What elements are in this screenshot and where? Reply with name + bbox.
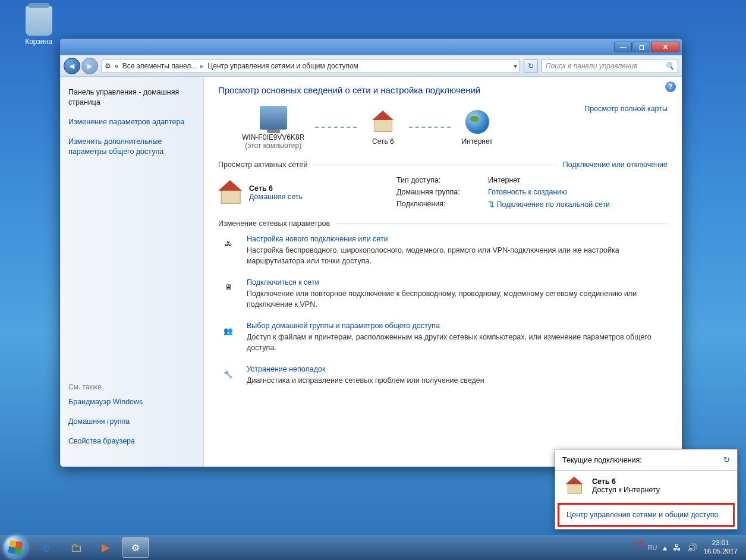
- recycle-bin-label: Корзина: [18, 37, 59, 46]
- address-bar: ◄ ► ⚙ « Все элементы панел... ▸ Центр уп…: [60, 55, 682, 77]
- new-connection-icon: 🖧: [218, 235, 238, 253]
- control-panel-window: — ◻ ✕ ◄ ► ⚙ « Все элементы панел... ▸ Це…: [59, 38, 682, 467]
- taskbar: e 🗀 ▶ ⚙ RU ▴ 🖧 🔊 23:01 16.05.2017: [0, 535, 746, 560]
- pc-icon: [260, 106, 287, 130]
- sidebar-browser-props[interactable]: Свойства браузера: [68, 436, 195, 446]
- search-placeholder: Поиск в панели управления: [546, 62, 638, 70]
- connection-line-icon: [315, 127, 357, 128]
- start-button[interactable]: [4, 536, 27, 559]
- taskbar-ie-icon[interactable]: e: [33, 537, 59, 558]
- taskbar-explorer-icon[interactable]: 🗀: [63, 537, 89, 558]
- lan-connection-link[interactable]: Подключение по локальной сети: [496, 200, 610, 209]
- connect-disconnect-link[interactable]: Подключение или отключение: [563, 161, 668, 169]
- sidebar-sharing-settings[interactable]: Изменить дополнительные параметры общего…: [68, 137, 195, 157]
- active-networks-header: Просмотр активных сетей: [218, 161, 307, 169]
- breadcrumb-item[interactable]: Все элементы панел...: [122, 62, 197, 70]
- network-type-link[interactable]: Домашняя сеть: [249, 193, 303, 201]
- search-icon: 🔍: [665, 62, 674, 70]
- dropdown-icon[interactable]: ▾: [514, 62, 517, 70]
- network-center-link[interactable]: Центр управления сетями и общим доступо: [558, 503, 735, 527]
- full-map-link[interactable]: Просмотр полной карты: [584, 105, 668, 113]
- lan-icon: ⇅: [488, 200, 495, 209]
- sidebar-firewall[interactable]: Брандмауэр Windows: [68, 397, 195, 407]
- see-also-label: См. также: [68, 383, 195, 391]
- maximize-button[interactable]: ◻: [632, 42, 650, 52]
- sidebar-homegroup[interactable]: Домашняя группа: [68, 417, 195, 427]
- system-tray: RU ▴ 🖧 🔊 23:01 16.05.2017: [648, 539, 742, 556]
- new-connection-link[interactable]: Настройка нового подключения или сети: [247, 235, 668, 243]
- access-type-label: Тип доступа:: [396, 176, 480, 184]
- flyout-network-row[interactable]: Сеть 6 Доступ к Интернету: [555, 471, 737, 501]
- refresh-icon[interactable]: ↻: [723, 455, 730, 464]
- tray-network-icon[interactable]: 🖧: [673, 543, 681, 552]
- homegroup-icon: 👥: [218, 322, 238, 339]
- globe-icon: [465, 110, 489, 134]
- recycle-bin-icon: [26, 6, 52, 36]
- sidebar-adapter-settings[interactable]: Изменение параметров адаптера: [68, 117, 195, 127]
- homegroup-label: Домашняя группа:: [396, 188, 480, 196]
- tray-chevron-icon[interactable]: ▴: [663, 543, 667, 552]
- tray-volume-icon[interactable]: 🔊: [687, 543, 697, 552]
- close-button[interactable]: ✕: [651, 42, 679, 52]
- refresh-button[interactable]: ↻: [524, 59, 538, 73]
- breadcrumb-root: «: [115, 62, 119, 70]
- node-this-pc: WIN-F0IE9VV6K8R (этот компьютер): [242, 105, 304, 150]
- sidebar: Панель управления - домашняя страница Из…: [60, 77, 204, 467]
- sidebar-home[interactable]: Панель управления - домашняя страница: [68, 87, 195, 108]
- house-icon: [217, 181, 243, 203]
- network-flyout: Текущие подключения: ↻ Сеть 6 Доступ к И…: [555, 449, 738, 530]
- flyout-net-access: Доступ к Интернету: [592, 486, 660, 494]
- taskbar-control-panel-icon[interactable]: ⚙: [122, 537, 149, 558]
- troubleshoot-link[interactable]: Устранение неполадок: [247, 365, 484, 373]
- setting-connect: 🖥 Подключиться к сети Подключение или по…: [218, 278, 668, 310]
- setting-new-connection: 🖧 Настройка нового подключения или сети …: [218, 235, 668, 266]
- breadcrumb-item[interactable]: Центр управления сетями и общим доступом: [207, 62, 358, 70]
- control-panel-icon: ⚙: [105, 62, 111, 70]
- troubleshoot-icon: 🔧: [218, 365, 238, 383]
- change-settings-header: Изменение сетевых параметров: [218, 219, 330, 228]
- minimize-button[interactable]: —: [614, 42, 632, 52]
- connect-network-link[interactable]: Подключиться к сети: [247, 278, 668, 287]
- search-input[interactable]: Поиск в панели управления 🔍: [542, 59, 678, 73]
- network-name: Сеть 6: [249, 184, 303, 193]
- tray-lang[interactable]: RU: [648, 544, 657, 551]
- recycle-bin[interactable]: Корзина: [18, 6, 59, 46]
- flyout-net-name: Сеть 6: [592, 477, 660, 486]
- titlebar: — ◻ ✕: [60, 39, 682, 55]
- breadcrumb[interactable]: ⚙ « Все элементы панел... ▸ Центр управл…: [102, 59, 520, 73]
- setting-troubleshoot: 🔧 Устранение неполадок Диагностика и исп…: [218, 365, 668, 386]
- network-map: WIN-F0IE9VV6K8R (этот компьютер) Сеть 6 …: [218, 105, 668, 150]
- homegroup-link[interactable]: Готовность к созданию: [488, 188, 610, 196]
- help-icon[interactable]: ?: [665, 81, 676, 92]
- flyout-header: Текущие подключения:: [562, 456, 642, 464]
- page-title: Просмотр основных сведений о сети и наст…: [218, 85, 668, 95]
- connections-label: Подключения:: [396, 200, 480, 209]
- taskbar-media-icon[interactable]: ▶: [93, 537, 119, 558]
- forward-button[interactable]: ►: [81, 58, 98, 74]
- node-network: Сеть 6: [367, 109, 398, 146]
- tray-clock[interactable]: 23:01 16.05.2017: [703, 539, 738, 556]
- house-icon: [565, 477, 584, 493]
- connection-line-icon: [409, 127, 451, 128]
- chevron-right-icon: ▸: [200, 62, 204, 70]
- access-type-value: Интернет: [488, 176, 610, 184]
- homegroup-sharing-link[interactable]: Выбор домашней группы и параметров общег…: [247, 322, 668, 330]
- main-content: ? Просмотр основных сведений о сети и на…: [204, 77, 682, 467]
- back-button[interactable]: ◄: [64, 58, 80, 74]
- house-icon: [371, 112, 395, 132]
- connect-icon: 🖥: [218, 278, 238, 296]
- setting-homegroup: 👥 Выбор домашней группы и параметров общ…: [218, 322, 668, 353]
- node-internet: Интернет: [461, 109, 492, 146]
